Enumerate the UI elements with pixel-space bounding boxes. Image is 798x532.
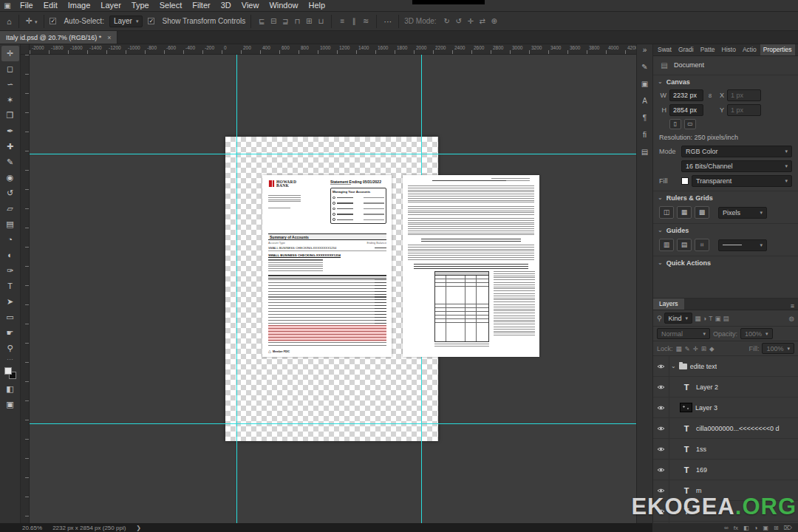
horizontal-guide[interactable]: [30, 423, 636, 424]
vertical-guide[interactable]: [236, 55, 237, 523]
screen-mode-icon[interactable]: ▣: [1, 397, 19, 412]
dodge-tool[interactable]: ◐: [1, 248, 19, 263]
new-group-icon[interactable]: ▣: [763, 525, 768, 531]
layer-row[interactable]: ⌄edite text: [653, 356, 798, 377]
filter-toggle-icon[interactable]: ◍: [789, 315, 794, 322]
auto-select-target-dropdown[interactable]: Layer▾: [109, 16, 143, 27]
menu-edit[interactable]: Edit: [38, 0, 63, 11]
align-middle-icon[interactable]: ⊞: [304, 17, 314, 25]
vertical-ruler[interactable]: [21, 55, 30, 523]
fill-swatch[interactable]: [681, 177, 689, 185]
eraser-tool[interactable]: ▱: [1, 201, 19, 216]
landscape-orientation-icon[interactable]: ▭: [684, 119, 696, 129]
color-swatches[interactable]: [4, 367, 16, 379]
path-selection-tool[interactable]: ➤: [1, 294, 19, 310]
3d-rotate-icon[interactable]: ↻: [442, 17, 452, 25]
filter-pixel-icon[interactable]: ▦: [695, 315, 700, 322]
lock-guides-icon[interactable]: ▤: [677, 239, 692, 251]
show-transform-checkbox[interactable]: ✓: [148, 18, 154, 24]
panel-tab-patte[interactable]: Patte: [698, 44, 718, 55]
crop-tool[interactable]: ❒: [1, 108, 19, 123]
new-layer-icon[interactable]: ⊞: [774, 525, 779, 531]
blend-mode-dropdown[interactable]: Normal▾: [657, 328, 710, 339]
menu-window[interactable]: Window: [264, 0, 303, 11]
align-left-icon[interactable]: ⊑: [256, 17, 267, 25]
layer-mask-icon[interactable]: ◧: [743, 525, 749, 531]
rectangular-marquee-tool[interactable]: ◻: [1, 61, 19, 77]
3d-scale-icon[interactable]: ⊕: [489, 17, 499, 25]
guide-layout-icon[interactable]: ⌗: [695, 239, 709, 251]
zoom-tool[interactable]: ⚲: [1, 341, 19, 356]
panel-tab-swat[interactable]: Swat: [655, 44, 675, 55]
distribute-spacing-icon[interactable]: ≋: [361, 17, 371, 25]
units-dropdown[interactable]: Pixels▾: [718, 207, 767, 219]
delete-layer-icon[interactable]: ⌦: [784, 525, 792, 531]
distribute-vertical-icon[interactable]: ≡: [337, 17, 347, 25]
gradient-tool[interactable]: ▤: [1, 216, 19, 232]
lock-artboard-icon[interactable]: ⊞: [701, 345, 706, 352]
move-tool-preset-icon[interactable]: ✛ ▾: [24, 16, 39, 26]
layer-row[interactable]: Tcilla0000000...<<<<<<<<0 d: [653, 418, 798, 439]
document-tab[interactable]: Italy id.psd @ 20.7% (RGB/16) * ×: [0, 31, 117, 44]
home-icon[interactable]: ⌂: [5, 17, 13, 26]
toggle-grid-icon[interactable]: ▦: [677, 206, 692, 219]
menu-image[interactable]: Image: [63, 0, 96, 11]
height-field[interactable]: 2854 px: [669, 104, 703, 116]
paragraph-icon[interactable]: ¶: [643, 114, 647, 122]
guide-style-dropdown[interactable]: ▾: [718, 239, 767, 251]
layer-visibility-eye-icon[interactable]: [653, 398, 669, 417]
layer-row[interactable]: T169: [653, 460, 798, 480]
quick-mask-icon[interactable]: ◧: [1, 381, 19, 397]
hand-tool[interactable]: ☛: [1, 325, 19, 341]
blur-tool[interactable]: ◔: [1, 232, 19, 248]
zoom-level[interactable]: 20.65%: [22, 525, 42, 531]
lasso-tool[interactable]: ∽: [1, 77, 19, 92]
fill-dropdown[interactable]: Transparent▾: [692, 175, 792, 187]
align-bottom-icon[interactable]: ⊔: [316, 17, 326, 25]
close-icon[interactable]: ×: [107, 34, 111, 41]
link-layers-icon[interactable]: ∞: [724, 525, 729, 531]
filter-smart-icon[interactable]: ▤: [723, 315, 729, 322]
panel-tab-actio[interactable]: Actio: [740, 44, 760, 55]
bit-depth-dropdown[interactable]: 16 Bits/Channel▾: [681, 160, 792, 172]
3d-drag-icon[interactable]: ✛: [466, 17, 476, 25]
horizontal-guide[interactable]: [30, 154, 636, 154]
layers-tab[interactable]: Layers: [653, 299, 684, 310]
width-field[interactable]: 2232 px: [669, 89, 703, 101]
panel-tab-histo[interactable]: Histo: [719, 44, 739, 55]
align-right-icon[interactable]: ⊒: [280, 17, 290, 25]
menu-layer[interactable]: Layer: [95, 0, 126, 11]
collapse-panels-icon[interactable]: »: [643, 46, 647, 54]
magic-wand-tool[interactable]: ✶: [1, 92, 19, 108]
portrait-orientation-icon[interactable]: ▯: [669, 119, 681, 129]
distribute-horizontal-icon[interactable]: ∥: [349, 17, 359, 25]
layer-visibility-eye-icon[interactable]: [653, 377, 669, 397]
menu-3d[interactable]: 3D: [216, 0, 236, 11]
guides-section-header[interactable]: ⌄Guides: [653, 223, 798, 236]
layer-row[interactable]: T01.01.1990: [653, 522, 798, 523]
menu-type[interactable]: Type: [126, 0, 154, 11]
clone-source-icon[interactable]: ▣: [641, 80, 648, 88]
statement-page-2[interactable]: [403, 175, 539, 357]
fill-amount-dropdown[interactable]: 100%▾: [762, 343, 794, 354]
history-brush-tool[interactable]: ↺: [1, 185, 19, 201]
brush-settings-icon[interactable]: ✎: [641, 63, 647, 71]
menu-help[interactable]: Help: [304, 0, 331, 11]
color-mode-dropdown[interactable]: RGB Color▾: [681, 146, 792, 157]
align-top-icon[interactable]: ⊓: [292, 17, 302, 25]
healing-brush-tool[interactable]: ✚: [1, 139, 19, 154]
3d-roll-icon[interactable]: ↺: [454, 17, 464, 25]
toolbar-more-icon[interactable]: ···: [7, 356, 13, 365]
auto-select-checkbox[interactable]: ✓: [50, 18, 56, 24]
filter-type-icon[interactable]: T: [709, 315, 712, 322]
layer-effects-icon[interactable]: fx: [734, 525, 738, 531]
status-arrow-icon[interactable]: ❯: [136, 525, 141, 531]
3d-slide-icon[interactable]: ⇄: [477, 17, 488, 25]
clone-stamp-tool[interactable]: ◉: [1, 170, 19, 185]
foreground-color-swatch[interactable]: [4, 367, 12, 375]
menu-select[interactable]: Select: [154, 0, 188, 11]
toggle-guides-icon[interactable]: ▥: [659, 239, 674, 251]
lock-position-icon[interactable]: ✛: [693, 345, 698, 352]
menu-filter[interactable]: Filter: [187, 0, 215, 11]
link-dimensions-icon[interactable]: 8: [706, 92, 714, 99]
